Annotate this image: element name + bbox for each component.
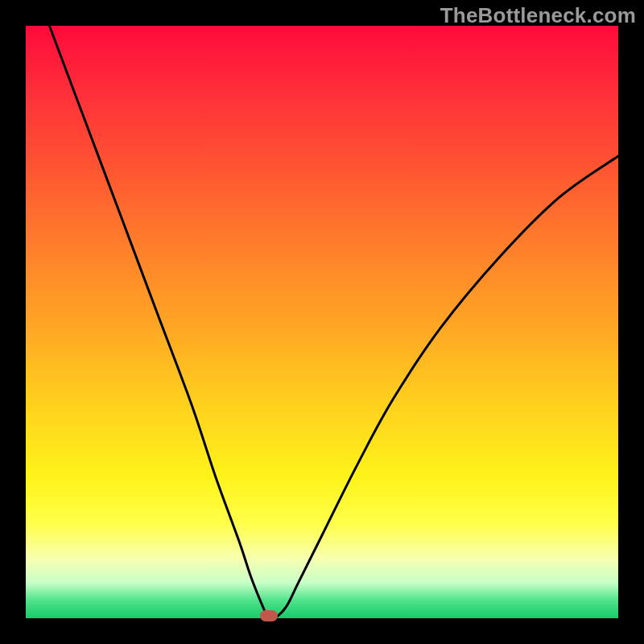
- curve-path: [49, 26, 618, 618]
- chart-frame: TheBottleneck.com: [0, 0, 644, 644]
- optimum-marker: [260, 610, 278, 621]
- watermark-text: TheBottleneck.com: [440, 3, 636, 28]
- bottleneck-curve: [26, 26, 618, 618]
- plot-area: [26, 26, 618, 618]
